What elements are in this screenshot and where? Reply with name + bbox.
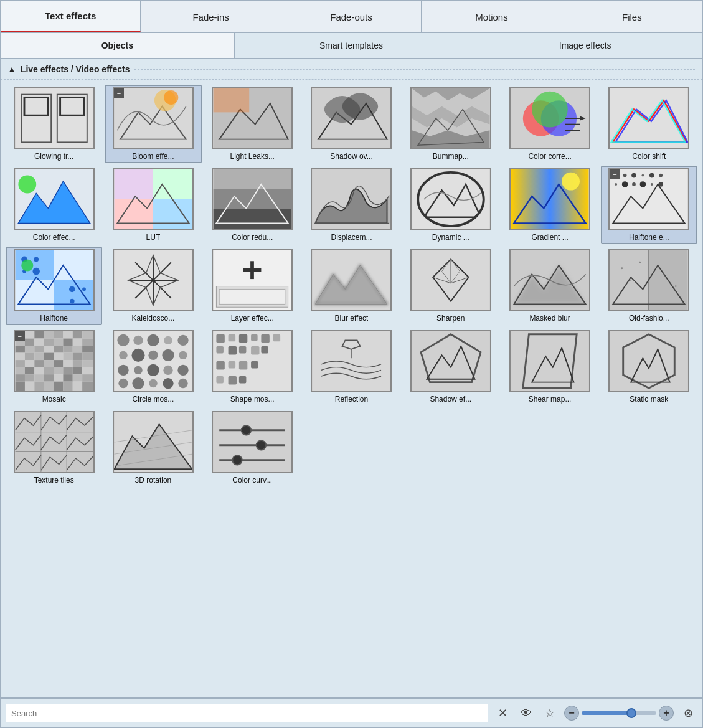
effect-shear-map[interactable]: Shear map... <box>501 328 598 406</box>
effect-bummap[interactable]: Bummap... <box>402 85 499 163</box>
svg-rect-156 <box>63 367 72 375</box>
effect-shadow-ef[interactable]: Shadow ef... <box>402 328 499 406</box>
effect-sharpen[interactable]: Sharpen <box>402 247 499 325</box>
svg-rect-147 <box>54 360 63 367</box>
effect-gradient[interactable]: Gradient ... <box>501 166 598 244</box>
effect-color-redu[interactable]: Color redu... <box>204 166 301 244</box>
effect-static-mask[interactable]: Static mask <box>601 328 697 406</box>
svg-point-32 <box>18 176 36 194</box>
effect-shadow-ov[interactable]: Shadow ov... <box>303 85 400 163</box>
svg-rect-139 <box>54 353 63 361</box>
effect-old-fashio[interactable]: Old-fashio... <box>601 247 697 325</box>
svg-point-60 <box>632 182 636 186</box>
svg-point-186 <box>118 365 128 376</box>
svg-rect-132 <box>63 346 72 353</box>
svg-point-109 <box>675 285 677 287</box>
svg-rect-164 <box>63 374 72 382</box>
svg-rect-167 <box>15 382 24 391</box>
effect-label-color-corre: Color corre... <box>528 152 571 161</box>
search-input[interactable] <box>6 704 488 722</box>
zoom-plus-button[interactable]: + <box>659 706 674 721</box>
svg-rect-211 <box>251 361 258 369</box>
effect-glowing-tr[interactable]: Glowing tr... <box>6 85 102 163</box>
effect-thumb-glowing-tr <box>14 87 95 149</box>
effect-kaleidosco[interactable]: Kaleidosco... <box>105 247 201 325</box>
effect-label-dynamic: Dynamic ... <box>432 233 469 242</box>
effect-dynamic[interactable]: Dynamic ... <box>402 166 499 244</box>
effect-layer-effec[interactable]: Layer effec... <box>204 247 301 325</box>
star-icon[interactable]: ☆ <box>540 704 559 722</box>
effect-label-shadow-ov: Shadow ov... <box>330 152 372 161</box>
eye-icon[interactable]: 👁 <box>517 704 536 722</box>
svg-point-195 <box>178 379 187 388</box>
effect-color-shift[interactable]: Color shift <box>601 85 697 163</box>
clear-icon[interactable]: ✕ <box>493 704 512 722</box>
svg-rect-160 <box>25 374 34 382</box>
svg-rect-113 <box>34 331 44 339</box>
tab-text-effects[interactable]: Text effects <box>1 1 141 32</box>
effect-halftone[interactable]: Halftone <box>6 247 102 325</box>
svg-point-107 <box>639 262 641 263</box>
svg-point-180 <box>177 335 188 346</box>
svg-rect-130 <box>44 346 53 353</box>
svg-rect-131 <box>54 346 63 353</box>
effect-thumb-shadow-ef <box>410 330 491 392</box>
effect-lut[interactable]: LUT <box>105 166 201 244</box>
tab-fade-outs[interactable]: Fade-outs <box>281 1 422 32</box>
minus-badge-bloom: − <box>114 88 124 98</box>
svg-point-105 <box>621 267 623 269</box>
effect-shape-mos[interactable]: Shape mos... <box>204 328 301 406</box>
tab-smart-templates[interactable]: Smart templates <box>235 33 469 58</box>
effect-thumb-displacem <box>311 168 392 230</box>
effect-thumb-bloom-effe: − <box>113 87 194 149</box>
effect-masked-blur[interactable]: Masked blur <box>501 247 598 325</box>
tab-image-effects[interactable]: Image effects <box>468 33 702 58</box>
svg-rect-148 <box>63 360 72 367</box>
svg-point-176 <box>117 334 129 346</box>
svg-rect-135 <box>15 353 24 361</box>
tab-motions[interactable]: Motions <box>422 1 562 32</box>
effect-halftone-e[interactable]: − <box>601 166 697 244</box>
effect-displacem[interactable]: Displacem... <box>303 166 400 244</box>
effect-thumb-old-fashio <box>608 249 689 311</box>
svg-point-56 <box>649 173 654 178</box>
svg-point-71 <box>32 268 40 275</box>
effect-color-effec[interactable]: Color effec... <box>6 166 102 244</box>
svg-rect-44 <box>412 169 489 229</box>
effect-label-shape-mos: Shape mos... <box>230 395 275 404</box>
effects-grid-scroll[interactable]: Glowing tr... − Bloom effe. <box>1 80 702 697</box>
tab-fade-ins[interactable]: Fade-ins <box>141 1 281 32</box>
svg-point-188 <box>147 364 159 376</box>
effect-thumb-halftone-e: − <box>608 168 689 230</box>
tab-objects[interactable]: Objects <box>1 33 235 58</box>
svg-rect-13 <box>214 88 250 112</box>
svg-rect-165 <box>72 374 82 382</box>
svg-rect-116 <box>63 331 72 339</box>
effect-label-color-redu: Color redu... <box>232 233 273 242</box>
svg-point-184 <box>162 349 174 361</box>
effect-3d-rotation[interactable]: 3D rotation <box>105 409 201 487</box>
slider-thumb[interactable] <box>626 708 636 718</box>
svg-rect-198 <box>229 334 236 342</box>
svg-point-53 <box>623 174 627 177</box>
effect-circle-mos[interactable]: Circle mos... <box>105 328 201 406</box>
svg-point-183 <box>148 351 158 360</box>
effect-label-bloom-effe: Bloom effe... <box>132 152 174 161</box>
settings-icon[interactable]: ⊗ <box>679 704 697 722</box>
zoom-minus-button[interactable]: − <box>564 706 579 721</box>
slider-track[interactable] <box>582 711 656 715</box>
effect-light-leaks[interactable]: Light Leaks... <box>204 85 301 163</box>
effect-color-curv[interactable]: Color curv... <box>204 409 301 487</box>
effect-mosaic[interactable]: − <box>6 328 102 406</box>
effect-blur-effect[interactable]: Blur effect <box>303 247 400 325</box>
effect-label-sharpen: Sharpen <box>436 314 465 323</box>
effect-texture-tiles[interactable]: Texture tiles <box>6 409 102 487</box>
effect-color-corre[interactable]: Color corre... <box>501 85 598 163</box>
svg-rect-204 <box>229 346 237 354</box>
effect-reflection[interactable]: Reflection <box>303 328 400 406</box>
effect-bloom-effe[interactable]: − Bloom effe... <box>105 85 201 163</box>
tab-files[interactable]: Files <box>562 1 702 32</box>
effect-label-color-effec: Color effec... <box>33 233 75 242</box>
svg-point-50 <box>562 173 580 191</box>
collapse-arrow[interactable]: ▲ <box>8 65 16 73</box>
